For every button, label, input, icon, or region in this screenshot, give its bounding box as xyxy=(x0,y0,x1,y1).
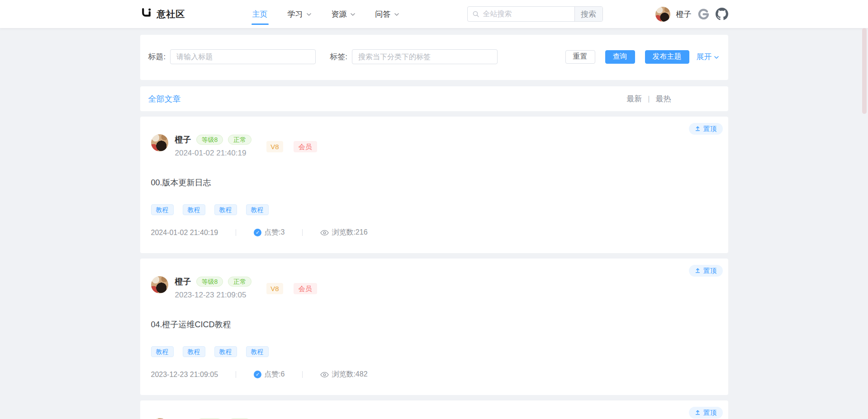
search-icon xyxy=(472,10,479,18)
footer-date: 2023-12-23 21:09:05 xyxy=(151,371,218,379)
vip-badge: V8 xyxy=(266,283,283,294)
post-title[interactable]: 04.橙子运维CICD教程 xyxy=(151,319,717,330)
likes-count: 点赞:6 xyxy=(264,370,285,379)
sort-divider: | xyxy=(648,95,650,103)
footer-date: 2024-01-02 21:40:19 xyxy=(151,229,218,237)
pin-label: 置顶 xyxy=(703,267,717,275)
user-cluster: 橙子 xyxy=(655,7,728,22)
list-header-bar: 全部文章 最新 | 最热 xyxy=(140,86,728,111)
vip-badge: V8 xyxy=(266,141,283,152)
nav-item-qa-label: 问答 xyxy=(375,9,391,19)
post-header: 橙子 等级8 正常 2023-12-23 21:09:05 V8 会员 xyxy=(151,276,717,300)
upload-icon xyxy=(695,125,701,133)
nav-item-resources[interactable]: 资源 xyxy=(332,0,356,28)
like-check-icon: ✓ xyxy=(254,229,261,236)
pin-button[interactable]: 置顶 xyxy=(689,265,723,277)
member-badge: 会员 xyxy=(294,141,317,152)
member-badge: 会员 xyxy=(294,283,317,294)
user-avatar[interactable] xyxy=(655,7,670,22)
tag-pill[interactable]: 教程 xyxy=(214,204,237,215)
tag-filter-label: 标签: xyxy=(330,52,347,62)
site-search: 搜索 xyxy=(467,6,603,22)
upload-icon xyxy=(695,409,701,417)
tag-pill[interactable]: 教程 xyxy=(246,346,269,357)
status-badge: 正常 xyxy=(228,135,251,145)
nav-item-resources-label: 资源 xyxy=(332,9,347,19)
author-avatar[interactable] xyxy=(151,134,168,151)
post-card: 置顶 橙子 等级8 正常 2023-12-23 21:09:05 V8 会员 0… xyxy=(140,259,728,395)
scrollbar-thumb[interactable] xyxy=(862,28,867,114)
post-footer: 2024-01-02 21:40:19 ✓ 点赞:3 浏览数:216 xyxy=(151,228,717,237)
nav-item-home[interactable]: 主页 xyxy=(252,0,268,28)
expand-label: 展开 xyxy=(697,52,712,62)
nav-item-learn-label: 学习 xyxy=(288,9,303,19)
like-check-icon: ✓ xyxy=(254,371,261,378)
github-icon[interactable] xyxy=(716,8,728,20)
author-row: 橙子 等级8 正常 xyxy=(175,134,252,145)
eye-icon xyxy=(320,230,329,236)
level-badge: 等级8 xyxy=(196,277,223,287)
pin-button[interactable]: 置顶 xyxy=(689,407,723,419)
views: 浏览数:482 xyxy=(320,370,367,379)
all-articles-link[interactable]: 全部文章 xyxy=(148,94,181,104)
post-card: 置顶 橙子 等级8 正常 2023-12-16 15:22:38 V8 会员 xyxy=(140,400,728,419)
search-button[interactable]: 搜索 xyxy=(574,6,602,22)
post-tags: 教程 教程 教程 教程 xyxy=(151,204,717,215)
pin-button[interactable]: 置顶 xyxy=(689,123,723,135)
brand[interactable]: 意社区 xyxy=(140,7,185,21)
top-navbar: 意社区 主页 学习 资源 问答 搜索 xyxy=(0,0,868,28)
eye-icon xyxy=(320,372,329,378)
likes: ✓ 点赞:3 xyxy=(254,228,285,237)
tag-pill[interactable]: 教程 xyxy=(214,346,237,357)
views-count: 浏览数:216 xyxy=(332,228,367,237)
nav-item-qa[interactable]: 问答 xyxy=(375,0,399,28)
main-container: 标题: 标签: 重置 查询 发布主题 展开 全部文章 最新 | 最热 置 xyxy=(140,35,728,419)
post-datetime: 2024-01-02 21:40:19 xyxy=(175,149,252,158)
query-button[interactable]: 查询 xyxy=(605,50,635,64)
footer-divider xyxy=(302,371,303,378)
tag-filter-input[interactable] xyxy=(352,49,498,64)
tag-pill[interactable]: 教程 xyxy=(183,346,205,357)
views: 浏览数:216 xyxy=(320,228,367,237)
brand-name: 意社区 xyxy=(157,8,185,20)
post-footer: 2023-12-23 21:09:05 ✓ 点赞:6 浏览数:482 xyxy=(151,370,717,379)
author-name[interactable]: 橙子 xyxy=(175,276,191,287)
post-datetime: 2023-12-23 21:09:05 xyxy=(175,291,252,300)
title-filter-label: 标题: xyxy=(148,52,166,62)
footer-divider xyxy=(236,371,236,378)
navbar-inner: 意社区 主页 学习 资源 问答 搜索 xyxy=(140,0,728,28)
title-filter-input[interactable] xyxy=(170,49,316,64)
chevron-down-icon xyxy=(714,55,719,60)
views-count: 浏览数:482 xyxy=(332,370,367,379)
publish-topic-button[interactable]: 发布主题 xyxy=(645,50,689,64)
author-name[interactable]: 橙子 xyxy=(175,134,191,145)
nav-item-learn[interactable]: 学习 xyxy=(288,0,312,28)
author-col: 橙子 等级8 正常 2024-01-02 21:40:19 xyxy=(175,134,252,158)
tag-filter-field: 标签: xyxy=(330,49,498,64)
brand-logo-icon xyxy=(140,7,152,21)
likes: ✓ 点赞:6 xyxy=(254,370,285,379)
tag-pill[interactable]: 教程 xyxy=(246,204,269,215)
tag-pill[interactable]: 教程 xyxy=(183,204,205,215)
vip-badges: V8 会员 xyxy=(266,283,317,294)
footer-divider xyxy=(302,229,303,236)
author-row: 橙子 等级8 正常 xyxy=(175,276,252,287)
pin-label: 置顶 xyxy=(703,409,717,417)
level-badge: 等级8 xyxy=(196,135,223,145)
tag-pill[interactable]: 教程 xyxy=(151,346,174,357)
footer-divider xyxy=(236,229,236,236)
post-title[interactable]: 00.版本更新日志 xyxy=(151,177,717,188)
title-filter-field: 标题: xyxy=(148,49,316,64)
sort-hottest[interactable]: 最热 xyxy=(656,94,671,104)
user-name[interactable]: 橙子 xyxy=(676,9,692,19)
upload-icon xyxy=(695,267,701,275)
reset-button[interactable]: 重置 xyxy=(565,50,595,64)
post-tags: 教程 教程 教程 教程 xyxy=(151,346,717,357)
expand-toggle[interactable]: 展开 xyxy=(697,52,719,62)
gitee-icon[interactable] xyxy=(697,8,710,20)
search-input[interactable] xyxy=(479,10,574,18)
sort-newest[interactable]: 最新 xyxy=(626,94,642,104)
author-avatar[interactable] xyxy=(151,276,168,293)
tag-pill[interactable]: 教程 xyxy=(151,204,174,215)
author-col: 橙子 等级8 正常 2023-12-23 21:09:05 xyxy=(175,276,252,300)
